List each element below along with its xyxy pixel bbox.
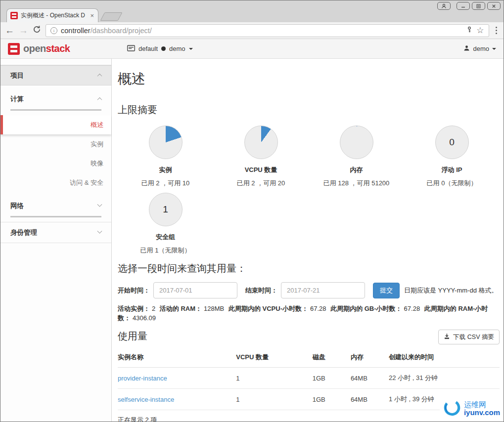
context-domain: default [138, 45, 158, 52]
close-window-button[interactable] [487, 2, 501, 10]
instance-link[interactable]: provider-instance [118, 375, 167, 382]
sidebar-section-project[interactable]: 项目 [0, 65, 111, 85]
tab-close-icon[interactable]: × [90, 12, 94, 19]
user-icon [463, 45, 470, 53]
user-name: demo [473, 45, 489, 52]
stat-vcpu-hours: 此周期内的 VCPU-小时数：67.28 [229, 305, 326, 312]
usage-query-form: 开始时间： 结束时间： 提交 日期应该是 YYYY-mm-dd 格式。 [118, 282, 500, 298]
bookmark-star-icon[interactable]: ☆ [476, 26, 484, 35]
context-dot-icon [161, 46, 166, 51]
sidebar-network-label: 网络 [10, 202, 24, 211]
stat-active-ram: 活动的 RAM：128MB [160, 305, 224, 312]
column-vcpus: VCPU 数量 [236, 348, 312, 368]
limit-card-vcpus: VCPU 数量 已用 2 ，可用 20 [213, 126, 309, 188]
minimize-button[interactable] [457, 2, 470, 10]
project-context-switcher[interactable]: default demo [127, 45, 193, 53]
app-header: openstack default demo demo [0, 39, 504, 59]
person-icon [441, 3, 447, 9]
browser-profile-button[interactable] [437, 2, 451, 10]
pie-center-value: 0 [449, 137, 455, 148]
cell-memory: 64MB [351, 389, 389, 410]
user-caret-icon [492, 48, 496, 50]
column-age: 创建以来的时间 [389, 348, 500, 368]
brand-text: openstack [23, 43, 70, 54]
watermark-site-name: 运维网 [464, 401, 500, 409]
maximize-button[interactable] [472, 2, 485, 10]
openstack-logo-icon [8, 43, 20, 55]
maximize-icon [476, 3, 481, 9]
sidebar-item-instances[interactable]: 实例 [0, 134, 111, 154]
sidebar-item-images[interactable]: 映像 [0, 154, 111, 173]
sidebar-section-compute[interactable]: 计算 [0, 89, 111, 109]
limit-caption: 已用 128 ，可用 51200 [323, 179, 390, 188]
cell-age: 22 小时 , 31 分钟 [389, 368, 500, 389]
start-date-label: 开始时间： [118, 286, 150, 295]
titlebar: 实例概述 - OpenStack D × [0, 0, 504, 22]
url-path: /dashboard/project/ [91, 27, 152, 35]
end-date-input[interactable] [281, 282, 365, 298]
address-bar[interactable]: i controller/dashboard/project/ ☆ [46, 24, 489, 37]
chevron-down-icon [97, 202, 102, 207]
stat-gb-hours: 此周期内的 GB-小时数：67.28 [330, 305, 420, 312]
cell-vcpus: 1 [236, 389, 312, 410]
usage-stats: 活动实例：2 活动的 RAM：128MB 此周期内的 VCPU-小时数：67.2… [118, 304, 500, 323]
cell-disk: 1GB [313, 368, 351, 389]
page-info-icon[interactable]: i [50, 27, 57, 34]
back-icon[interactable]: ← [5, 26, 14, 35]
instance-link[interactable]: selfservice-instance [118, 396, 174, 403]
usage-table-header-row: 实例名称 VCPU 数量 磁盘 内存 创建以来的时间 [118, 348, 500, 368]
limit-label: VCPU 数量 [245, 166, 277, 174]
start-date-input[interactable] [153, 282, 237, 298]
sidebar-item-access-security[interactable]: 访问 & 安全 [0, 173, 111, 192]
memory-pie-chart [340, 126, 373, 159]
pie-center-value: 1 [163, 204, 168, 215]
limit-label: 内存 [350, 166, 363, 174]
browser-menu-icon[interactable] [494, 27, 500, 35]
date-format-hint: 日期应该是 YYYY-mm-dd 格式。 [404, 286, 498, 295]
close-icon [491, 3, 497, 9]
iyunv-logo-icon [442, 397, 462, 420]
limit-caption: 已用 2 ，可用 10 [141, 179, 190, 188]
column-instance-name: 实例名称 [118, 348, 236, 368]
openstack-brand[interactable]: openstack [0, 43, 70, 55]
url-host: controller [61, 27, 91, 35]
usage-section-header: 使用量 下载 CSV 摘要 [118, 330, 500, 344]
app-body: 项目 计算 概述 实例 映像 访问 & 安全 网络 身份管理 [0, 59, 504, 422]
openstack-favicon-icon [10, 12, 18, 19]
submit-button[interactable]: 提交 [373, 283, 400, 298]
sidebar-section-network[interactable]: 网络 [0, 196, 111, 216]
divider [0, 243, 111, 243]
forward-icon: → [19, 26, 28, 35]
new-tab-button[interactable] [100, 12, 122, 21]
cell-vcpus: 1 [236, 368, 312, 389]
sidebar-item-overview[interactable]: 概述 [0, 115, 111, 134]
floating-ips-pie-chart: 0 [435, 126, 469, 159]
sidebar: 项目 计算 概述 实例 映像 访问 & 安全 网络 身份管理 [0, 59, 112, 422]
browser-tab[interactable]: 实例概述 - OpenStack D × [6, 8, 98, 22]
chevron-up-icon [97, 74, 102, 79]
context-project: demo [169, 45, 185, 52]
url-text[interactable]: controller/dashboard/project/ [61, 27, 462, 35]
limit-card-security-groups: 1 安全组 已用 1（无限制） [118, 193, 213, 255]
limit-summary: 实例 已用 2 ，可用 10 VCPU 数量 已用 2 ，可用 20 内存 已用… [118, 126, 500, 260]
watermark-site-domain: iyunv.com [464, 409, 500, 417]
key-icon[interactable] [466, 26, 473, 35]
refresh-icon[interactable] [33, 25, 41, 36]
column-memory: 内存 [351, 348, 389, 368]
vcpus-pie-chart [244, 126, 278, 159]
domain-card-icon [127, 45, 135, 53]
download-csv-button[interactable]: 下载 CSV 摘要 [438, 330, 500, 344]
usage-title: 使用量 [118, 330, 147, 343]
sidebar-section-identity[interactable]: 身份管理 [0, 222, 111, 243]
main-content: 概述 上限摘要 实例 已用 2 ，可用 10 VCPU 数量 已用 2 ，可用 … [112, 59, 504, 422]
window-controls [437, 2, 501, 10]
security-groups-pie-chart: 1 [149, 193, 183, 226]
limit-card-instances: 实例 已用 2 ，可用 10 [118, 126, 213, 188]
chevron-down-icon [97, 229, 102, 234]
user-menu[interactable]: demo [463, 45, 496, 53]
end-date-label: 结束时间： [245, 286, 277, 295]
sidebar-project-label: 项目 [10, 71, 24, 80]
browser-window: 实例概述 - OpenStack D × ← → i controller/da… [0, 0, 504, 422]
limit-card-memory: 内存 已用 128 ，可用 51200 [309, 126, 404, 188]
sidebar-compute-label: 计算 [10, 95, 24, 104]
